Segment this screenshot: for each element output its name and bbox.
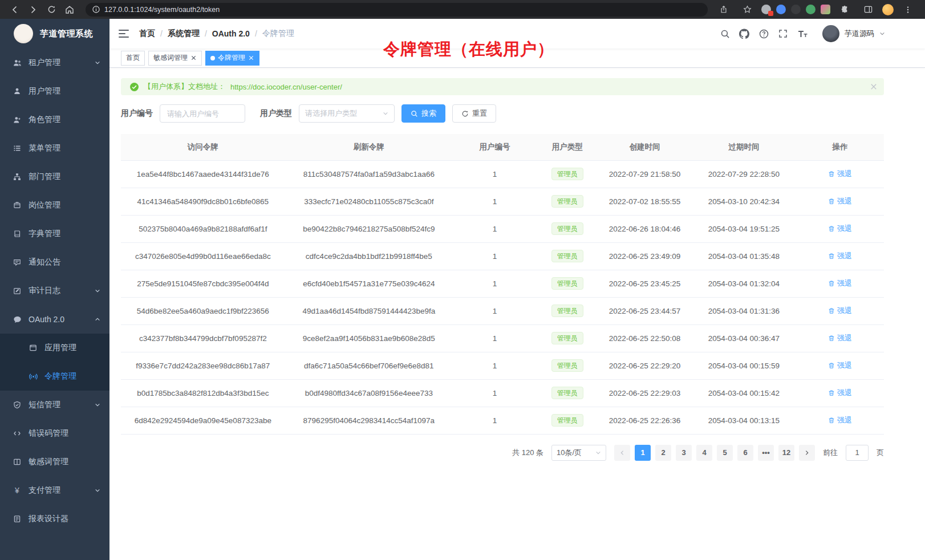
- user-type-badge: 管理员: [551, 195, 583, 208]
- doc-link[interactable]: https://doc.iocoder.cn/user-center/: [230, 83, 342, 91]
- cell-action: 强退: [796, 160, 884, 188]
- force-logout-button[interactable]: 强退: [828, 278, 852, 289]
- side-panel-icon[interactable]: [861, 2, 875, 17]
- sidebar-item-tenant[interactable]: 租户管理: [0, 48, 109, 77]
- table-row: 1ea5e44f8bc1467aaede43144f31de76 811c530…: [121, 160, 884, 188]
- address-bar[interactable]: 127.0.0.1:1024/system/oauth2/token: [86, 3, 708, 17]
- extensions-puzzle-icon[interactable]: [837, 2, 852, 17]
- next-page-button[interactable]: [799, 445, 815, 461]
- back-icon[interactable]: [7, 2, 22, 17]
- breadcrumb-item[interactable]: 系统管理: [168, 29, 200, 39]
- tag-token-manage[interactable]: 令牌管理: [205, 51, 259, 66]
- browser-profile-avatar[interactable]: [882, 4, 894, 15]
- sidebar-item-audit-log[interactable]: 审计日志: [0, 277, 109, 305]
- sidebar-item-notice[interactable]: 通知公告: [0, 248, 109, 277]
- more-pages-button[interactable]: •••: [758, 445, 774, 461]
- sidebar-item-token-manage[interactable]: 令牌管理: [0, 362, 109, 391]
- tag-label: 敏感词管理: [153, 53, 188, 63]
- cell-access-token: 502375b8040a469a9b82188afdf6af1f: [121, 215, 285, 242]
- cell-expires: 2054-03-04 01:35:48: [692, 242, 796, 270]
- people-icon: [13, 58, 22, 67]
- site-info-icon[interactable]: [92, 6, 100, 13]
- reload-icon[interactable]: [44, 2, 59, 17]
- select-placeholder: 请选择用户类型: [305, 108, 357, 119]
- sidebar-item-error-code[interactable]: 错误码管理: [0, 419, 109, 448]
- help-icon[interactable]: [758, 29, 769, 39]
- chevron-down-icon: [95, 402, 100, 408]
- force-logout-button[interactable]: 强退: [828, 251, 852, 261]
- forward-icon[interactable]: [26, 2, 40, 17]
- delete-icon: [828, 335, 835, 342]
- user-id-input[interactable]: [160, 104, 245, 123]
- close-icon[interactable]: [870, 83, 877, 90]
- force-logout-button[interactable]: 强退: [828, 196, 852, 206]
- extension-icon-badged[interactable]: [761, 5, 771, 14]
- search-icon[interactable]: [720, 29, 730, 39]
- tag-sensitive-word[interactable]: 敏感词管理: [148, 51, 202, 66]
- sidebar-collapse-icon[interactable]: [119, 30, 130, 38]
- browser-menu-icon[interactable]: [900, 2, 915, 17]
- sidebar-item-dept[interactable]: 部门管理: [0, 163, 109, 191]
- extension-icon-green[interactable]: [806, 5, 816, 14]
- page-button[interactable]: 3: [676, 445, 692, 461]
- font-size-icon[interactable]: [797, 29, 808, 39]
- sidebar-item-user[interactable]: 用户管理: [0, 77, 109, 105]
- extension-icon-dark[interactable]: [791, 5, 801, 14]
- close-icon[interactable]: [248, 55, 254, 61]
- delete-icon: [828, 225, 835, 232]
- cell-user-type: 管理员: [537, 324, 598, 352]
- page-button[interactable]: 5: [717, 445, 733, 461]
- sidebar-item-payment[interactable]: ¥ 支付管理: [0, 476, 109, 505]
- page-button[interactable]: 12: [778, 445, 794, 461]
- close-icon[interactable]: [190, 55, 197, 61]
- force-logout-button[interactable]: 强退: [828, 333, 852, 343]
- extension-icon-multicolor[interactable]: [821, 5, 830, 14]
- breadcrumb-item-current: 令牌管理: [262, 29, 294, 39]
- force-logout-button[interactable]: 强退: [828, 360, 852, 371]
- cell-user-type: 管理员: [537, 352, 598, 379]
- cell-user-type: 管理员: [537, 297, 598, 324]
- user-type-select[interactable]: 请选择用户类型: [299, 104, 395, 123]
- goto-page-input[interactable]: [846, 445, 869, 461]
- cell-user-type: 管理员: [537, 379, 598, 407]
- tag-home[interactable]: 首页: [121, 51, 145, 66]
- prev-page-button[interactable]: [614, 445, 630, 461]
- page-button[interactable]: 2: [655, 445, 671, 461]
- sidebar-item-post[interactable]: 岗位管理: [0, 191, 109, 220]
- search-button[interactable]: 搜索: [401, 104, 445, 123]
- sidebar-item-menu[interactable]: 菜单管理: [0, 134, 109, 163]
- page-button[interactable]: 4: [696, 445, 712, 461]
- fullscreen-icon[interactable]: [778, 29, 788, 39]
- reset-button[interactable]: 重置: [452, 104, 496, 123]
- force-logout-button[interactable]: 强退: [828, 415, 852, 425]
- sidebar-item-sensitive-word[interactable]: 敏感词管理: [0, 448, 109, 476]
- page-size-select[interactable]: 10条/页: [551, 445, 606, 461]
- sidebar-item-oauth2[interactable]: OAuth 2.0: [0, 305, 109, 334]
- force-logout-button[interactable]: 强退: [828, 306, 852, 316]
- topbar: 首页 / 系统管理 / OAuth 2.0 / 令牌管理 芋道源码: [109, 19, 925, 48]
- breadcrumb-item[interactable]: 首页: [139, 29, 155, 39]
- sidebar-item-sms[interactable]: 短信管理: [0, 391, 109, 419]
- force-logout-button[interactable]: 强退: [828, 224, 852, 234]
- extension-icon-blue[interactable]: [776, 5, 786, 14]
- github-icon[interactable]: [739, 29, 749, 39]
- user-menu[interactable]: 芋道源码: [822, 25, 885, 42]
- total-count: 共 120 条: [512, 448, 543, 458]
- sidebar-item-report-designer[interactable]: 报表设计器: [0, 505, 109, 533]
- cell-expires: 2054-03-04 01:32:04: [692, 270, 796, 297]
- home-icon[interactable]: [62, 2, 77, 17]
- sidebar-item-role[interactable]: 角色管理: [0, 105, 109, 134]
- sidebar-item-label: 短信管理: [29, 400, 60, 410]
- bookmark-star-icon[interactable]: [740, 2, 754, 17]
- breadcrumb-item[interactable]: OAuth 2.0: [212, 29, 250, 38]
- force-logout-button[interactable]: 强退: [828, 388, 852, 398]
- delete-icon: [828, 389, 835, 396]
- force-logout-button[interactable]: 强退: [828, 169, 852, 179]
- sidebar-item-dict[interactable]: 字典管理: [0, 220, 109, 248]
- edit-icon: [13, 286, 22, 295]
- column-header: 创建时间: [598, 134, 692, 160]
- sidebar-item-app-manage[interactable]: 应用管理: [0, 334, 109, 362]
- share-icon[interactable]: [716, 2, 731, 17]
- page-button[interactable]: 6: [737, 445, 753, 461]
- page-button[interactable]: 1: [635, 445, 651, 461]
